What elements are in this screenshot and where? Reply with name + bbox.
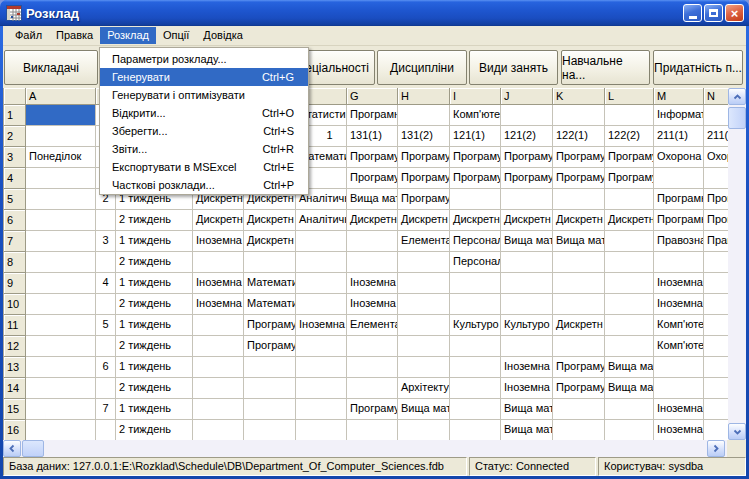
grid-cell-A2[interactable] bbox=[26, 126, 96, 147]
grid-cell-L6[interactable]: Дискретн bbox=[605, 210, 654, 231]
grid-cell-A5[interactable] bbox=[26, 189, 96, 210]
grid-cell-J3[interactable]: Програму bbox=[501, 147, 553, 168]
grid-cell-K3[interactable]: Програму bbox=[553, 147, 605, 168]
grid-cell-G4[interactable]: Програму bbox=[347, 168, 398, 189]
grid-cell-A3[interactable]: Понеділок bbox=[26, 147, 96, 168]
grid-cell-I4[interactable]: Програму bbox=[450, 168, 501, 189]
grid-cell-N14[interactable] bbox=[704, 378, 728, 399]
row-header-3[interactable]: 3 bbox=[4, 147, 26, 168]
grid-cell-L4[interactable]: Програму bbox=[605, 168, 654, 189]
grid-cell-H9[interactable] bbox=[398, 273, 450, 294]
grid-cell-N6[interactable]: Програмн bbox=[704, 210, 728, 231]
grid-cell-G13[interactable] bbox=[347, 357, 398, 378]
row-header-11[interactable]: 11 bbox=[4, 315, 26, 336]
grid-cell-F13[interactable] bbox=[296, 357, 347, 378]
grid-cell-I2[interactable]: 121(1) bbox=[450, 126, 501, 147]
grid-cell-G5[interactable]: Вища мат bbox=[347, 189, 398, 210]
grid-cell-A13[interactable] bbox=[26, 357, 96, 378]
grid-cell-I5[interactable] bbox=[450, 189, 501, 210]
grid-cell-A12[interactable] bbox=[26, 336, 96, 357]
grid-cell-J16[interactable]: Вища мат bbox=[501, 420, 553, 440]
grid-cell-M6[interactable]: Програмн bbox=[654, 210, 704, 231]
grid-cell-K8[interactable] bbox=[553, 252, 605, 273]
menu-item-generate-optimize[interactable]: Генерувати і оптимізувати bbox=[100, 86, 308, 104]
grid-cell-D12[interactable] bbox=[193, 336, 244, 357]
grid-cell-J13[interactable]: Іноземна bbox=[501, 357, 553, 378]
menubar-item-file[interactable]: Файл bbox=[8, 27, 49, 44]
grid-cell-C9[interactable]: 1 тиждень bbox=[116, 273, 193, 294]
grid-cell-J8[interactable] bbox=[501, 252, 553, 273]
grid-cell-D9[interactable]: Іноземна bbox=[193, 273, 244, 294]
grid-cell-I10[interactable] bbox=[450, 294, 501, 315]
grid-cell-M8[interactable] bbox=[654, 252, 704, 273]
grid-cell-N8[interactable] bbox=[704, 252, 728, 273]
row-header-16[interactable]: 16 bbox=[4, 420, 26, 440]
grid-cell-M14[interactable] bbox=[654, 378, 704, 399]
grid-cell-L12[interactable] bbox=[605, 336, 654, 357]
grid-cell-E11[interactable]: Програму bbox=[244, 315, 296, 336]
grid-cell-B8[interactable] bbox=[96, 252, 116, 273]
grid-cell-H1[interactable] bbox=[398, 105, 450, 126]
grid-cell-I12[interactable] bbox=[450, 336, 501, 357]
grid-cell-N16[interactable] bbox=[704, 420, 728, 440]
vertical-scroll-thumb[interactable] bbox=[728, 107, 746, 129]
grid-cell-E9[interactable]: Математи bbox=[244, 273, 296, 294]
grid-cell-H12[interactable] bbox=[398, 336, 450, 357]
grid-cell-F12[interactable] bbox=[296, 336, 347, 357]
grid-cell-H7[interactable]: Елемента bbox=[398, 231, 450, 252]
grid-cell-I14[interactable] bbox=[450, 378, 501, 399]
maximize-button[interactable] bbox=[704, 4, 723, 22]
grid-cell-M5[interactable]: Програмн bbox=[654, 189, 704, 210]
grid-cell-C16[interactable]: 2 тиждень bbox=[116, 420, 193, 440]
grid-cell-I1[interactable]: Комп'юте bbox=[450, 105, 501, 126]
menu-item-open[interactable]: Відкрити...Ctrl+O bbox=[100, 104, 308, 122]
grid-cell-B12[interactable] bbox=[96, 336, 116, 357]
grid-cell-B11[interactable]: 5 bbox=[96, 315, 116, 336]
grid-cell-C8[interactable]: 2 тиждень bbox=[116, 252, 193, 273]
grid-cell-M10[interactable]: Іноземна bbox=[654, 294, 704, 315]
grid-cell-E8[interactable] bbox=[244, 252, 296, 273]
grid-cell-A1[interactable] bbox=[26, 105, 96, 126]
column-header-N[interactable]: N bbox=[704, 88, 728, 105]
grid-cell-M9[interactable]: Іноземна bbox=[654, 273, 704, 294]
grid-cell-L15[interactable] bbox=[605, 399, 654, 420]
row-header-2[interactable]: 2 bbox=[4, 126, 26, 147]
grid-cell-K16[interactable] bbox=[553, 420, 605, 440]
grid-cell-C12[interactable]: 2 тиждень bbox=[116, 336, 193, 357]
grid-cell-K2[interactable]: 122(1) bbox=[553, 126, 605, 147]
grid-cell-M2[interactable]: 211(1) bbox=[654, 126, 704, 147]
grid-cell-C10[interactable]: 2 тиждень bbox=[116, 294, 193, 315]
grid-cell-F6[interactable]: Аналітичн bbox=[296, 210, 347, 231]
grid-cell-H4[interactable]: Програму bbox=[398, 168, 450, 189]
grid-cell-J11[interactable]: Культуро bbox=[501, 315, 553, 336]
grid-cell-L3[interactable]: Програму bbox=[605, 147, 654, 168]
minimize-button[interactable] bbox=[683, 4, 702, 22]
scroll-right-button[interactable] bbox=[707, 440, 725, 457]
grid-cell-D16[interactable] bbox=[193, 420, 244, 440]
column-header-H[interactable]: H bbox=[398, 88, 450, 105]
grid-cell-K10[interactable] bbox=[553, 294, 605, 315]
grid-cell-J7[interactable]: Вища мат bbox=[501, 231, 553, 252]
grid-cell-A16[interactable] bbox=[26, 420, 96, 440]
grid-cell-N7[interactable]: Правозна bbox=[704, 231, 728, 252]
toolbar-button-disciplines[interactable]: Дисципліни bbox=[377, 50, 467, 85]
column-header-M[interactable]: M bbox=[654, 88, 704, 105]
grid-cell-L9[interactable] bbox=[605, 273, 654, 294]
grid-cell-F8[interactable] bbox=[296, 252, 347, 273]
grid-cell-L14[interactable]: Вища мат bbox=[605, 378, 654, 399]
grid-cell-M15[interactable]: Іноземна bbox=[654, 399, 704, 420]
grid-cell-A10[interactable] bbox=[26, 294, 96, 315]
grid-cell-M3[interactable]: Охорона ін bbox=[654, 147, 704, 168]
row-header-14[interactable]: 14 bbox=[4, 378, 26, 399]
menu-item-generate[interactable]: ГенеруватиCtrl+G bbox=[100, 68, 308, 86]
grid-cell-K7[interactable]: Вища мат bbox=[553, 231, 605, 252]
grid-cell-B10[interactable] bbox=[96, 294, 116, 315]
grid-cell-N5[interactable]: Програмн bbox=[704, 189, 728, 210]
grid-cell-A4[interactable] bbox=[26, 168, 96, 189]
grid-cell-J12[interactable] bbox=[501, 336, 553, 357]
grid-cell-A6[interactable] bbox=[26, 210, 96, 231]
grid-cell-K12[interactable] bbox=[553, 336, 605, 357]
grid-cell-C7[interactable]: 1 тиждень bbox=[116, 231, 193, 252]
grid-cell-L10[interactable] bbox=[605, 294, 654, 315]
grid-cell-J1[interactable] bbox=[501, 105, 553, 126]
